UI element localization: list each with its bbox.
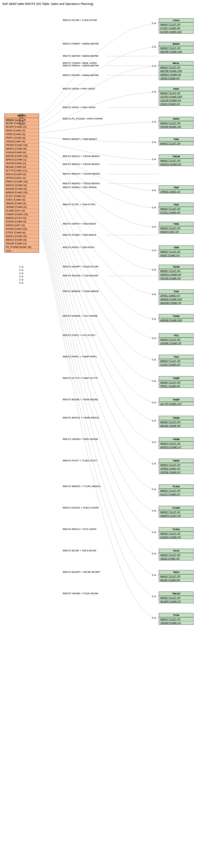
join-label: RMCP2-APROG = T459R-APROG [62, 416, 100, 419]
entity-t459a: T459AMANDT [CLNT (3)]BEDAE [CHAR (4)] [159, 416, 194, 428]
join-label: RMCP2-KOKRS = TKA01-KOKRS [62, 506, 99, 509]
entity-field: MANDT [CLNT (3)] [159, 91, 193, 95]
entity-field: MANDT [CLNT (3)] [159, 226, 193, 230]
entity-field: MANDT [CLNT (3)] [159, 441, 193, 445]
entity-header: T000 [159, 137, 193, 142]
cardinality-label: 0..N [152, 488, 156, 491]
cardinality-label: 0..N [19, 120, 23, 122]
entity-field: VERID [CHAR (4)] [159, 76, 193, 80]
entity-rmcp2: RMCP2 MANDT [CLNT (3)]MCINF [CHAR (8)]MC… [4, 114, 39, 253]
entity-field: ARBGB [CHAR (20)] [159, 318, 193, 322]
entity-field: MANDT [CLNT (3)] [159, 489, 193, 492]
join-label: RMCP2-WAERS = TCURC-WAERS [62, 485, 101, 488]
entity-field: MANDT [CLNT (3)] [159, 359, 193, 363]
join-label: RMCP2-MCINF = TMC4-MCINF [62, 549, 97, 552]
rmcp2-field: FHMGP [CHAR (18)] [4, 212, 39, 216]
join-label: RMCP2-WENU2 = T001W-WERKS [62, 163, 100, 165]
entity-t002: T002SPRAS [LANG (1)] [159, 185, 194, 193]
cardinality-label: 0..N [19, 123, 23, 126]
entity-field: MANDT [CLNT (3)] [159, 463, 193, 467]
cardinality-label: 0..N [19, 282, 23, 284]
entity-tca01: TCA01MANDT [CLNT (3)]PLNTY [CHAR (1)] [159, 484, 194, 496]
entity-header: CSKA [159, 19, 193, 23]
rmcp2-field: PRGRP [CHAR (18)] [4, 143, 39, 147]
entity-header: T411 [159, 334, 193, 338]
entity-tkvs: TKVSMANDT [CLNT (3)]VERSI [CHAR (3)] [159, 549, 194, 560]
entity-field: FEVOR [CHAR (3)] [159, 276, 193, 280]
cardinality-label: 0..N [152, 207, 156, 209]
cardinality-label: 0..N [152, 441, 156, 443]
cardinality-label: 0..N [152, 65, 156, 67]
rmcp2-field: VRGAR [CHAR (1)] [4, 242, 39, 245]
rmcp2-field: PLNTY [CHAR (1)] [4, 194, 39, 198]
cardinality-label: 0..N [152, 359, 156, 361]
join-label: RMCP2-RKEVS = TKVS-VERSI [62, 528, 97, 530]
join-label: RMCP2-SCTYP = T445P-SCTYP [62, 377, 98, 379]
entity-t459r: T459RMANDT [CLNT (3)]APROG [CHAR (1)] [159, 437, 194, 449]
entity-field: MSGNR [CHAR (3)] [159, 301, 193, 305]
rmcp2-field: PRPFL [CHAR (4)] [4, 136, 39, 140]
cardinality-label: 0..N [152, 22, 156, 25]
entity-field: MANDT [CLNT (3)] [159, 65, 193, 69]
join-label: RMCP2-BEDAE = T459A-BEDAE [62, 398, 98, 401]
cardinality-label: 0..N [152, 553, 156, 555]
entity-field: WERKS [CHAR (4)] [159, 73, 193, 76]
join-label: RMCP2-WENU1 = T001W-WERKS [62, 155, 100, 157]
rmcp2-field: VRSIA [CHAR (3)] [4, 140, 39, 143]
cardinality-label: 0..N [152, 121, 156, 123]
entity-field: KTOPL [CHAR (4)] [159, 211, 193, 214]
entity-field: SPRSL [LANG (1)] [159, 293, 193, 297]
entity-header: MARA [159, 42, 193, 46]
cardinality-label: 0..N [152, 293, 156, 296]
entity-t004: T004MANDT [CLNT (3)]KTOPL [CHAR (4)] [159, 203, 194, 214]
join-label: RMCP2-MSGNR = T100-MSGNR [62, 274, 98, 277]
entity-field: VERSB [CHAR (2)] [159, 470, 193, 474]
cardinality-label: 0..N [152, 510, 156, 512]
join-label: RMCP2-STATU = T412-PLNST [62, 334, 96, 337]
join-label: RMCP2-VERSB = T459V-VERSB [62, 438, 98, 440]
entity-mara: MARAMANDT [CLNT (3)]MATNR [CHAR (18)] [159, 42, 194, 54]
rmcp2-field: KTOPL [CHAR (4)] [4, 230, 39, 234]
entity-header: T440P [159, 376, 193, 380]
entity-field: MCAPP [CHAR (2)] [159, 599, 193, 603]
entity-tmcap: TMCAPMANDT [CLNT (3)]MCAPP [CHAR (2)] [159, 591, 194, 603]
entity-field: WERKS [CHAR (4)] [159, 273, 193, 276]
entity-field: PERIV [CHAR (2)] [159, 253, 193, 257]
entity-field: WAERS [CUKY (5)] [159, 514, 193, 517]
entity-field: PSPNR [NUMC (8)] [159, 125, 193, 128]
entity-field: KTOPL [CHAR (4)] [159, 26, 193, 30]
entity-header: TMC4 [159, 570, 193, 575]
entity-field: MANDT [CLNT (3)] [159, 510, 193, 514]
rmcp2-field: BEDAE [CHAR (4)] [4, 165, 39, 169]
rmcp2-field: PMNUX [CHAR (18)] [4, 180, 39, 183]
rmcp2-field: SCTYP [CHAR (11)] [4, 169, 39, 172]
entity-field: MANDT [CLNT (3)] [159, 269, 193, 273]
page-title: SAP ABAP table RMCP2 {I/O Table: Sales a… [2, 2, 204, 6]
entity-prps: PRPSMANDT [CLNT (3)]PSPNR [NUMC (8)] [159, 117, 194, 129]
entity-field: KSTAR [CHAR (10)] [159, 30, 193, 33]
rmcp2-field: RKEVS [CHAR (3)] [4, 172, 39, 176]
entity-header: T024A [159, 265, 193, 269]
entity-header: T006 [159, 222, 193, 226]
entity-field: PRPFL [CHAR (4)] [159, 384, 193, 388]
entity-header: T459A [159, 416, 193, 420]
entity-header: T459R [159, 437, 193, 441]
entity-cska: CSKAMANDT [CLNT (3)]KTOPL [CHAR (4)]KSTA… [159, 18, 194, 34]
cardinality-label: 0..N [152, 141, 156, 144]
entity-t009: T009MANDT [CLNT (3)]PERIV [CHAR (2)] [159, 245, 194, 257]
rmcp2-field: KSTAR [CHAR (10)] [4, 227, 39, 230]
cardinality-label: 0..N [152, 531, 156, 533]
rmcp2-field: STATU [CHAR (3)] [4, 198, 39, 202]
entity-header: TKVS [159, 549, 193, 553]
entity-field: MANDT [CLNT (3)] [159, 23, 193, 26]
cardinality-label: 0..N [152, 189, 156, 192]
entity-field: APROG [CHAR (1)] [159, 445, 193, 449]
entity-header: T004 [159, 203, 193, 207]
entity-t006: T006MANDT [CLNT (3)]MSEHI [UNIT (3)] [159, 222, 194, 234]
rmcp2-field: VERWE [CHAR (3)] [4, 205, 39, 209]
entity-header: TKA01 [159, 527, 193, 531]
join-label: RMCP2-MATNR = MARA-MATNR [62, 55, 99, 57]
entity-field: MSEHI [UNIT (3)] [159, 230, 193, 234]
entity-header: TCURC [159, 506, 193, 510]
cardinality-label: 0..N [152, 574, 156, 576]
